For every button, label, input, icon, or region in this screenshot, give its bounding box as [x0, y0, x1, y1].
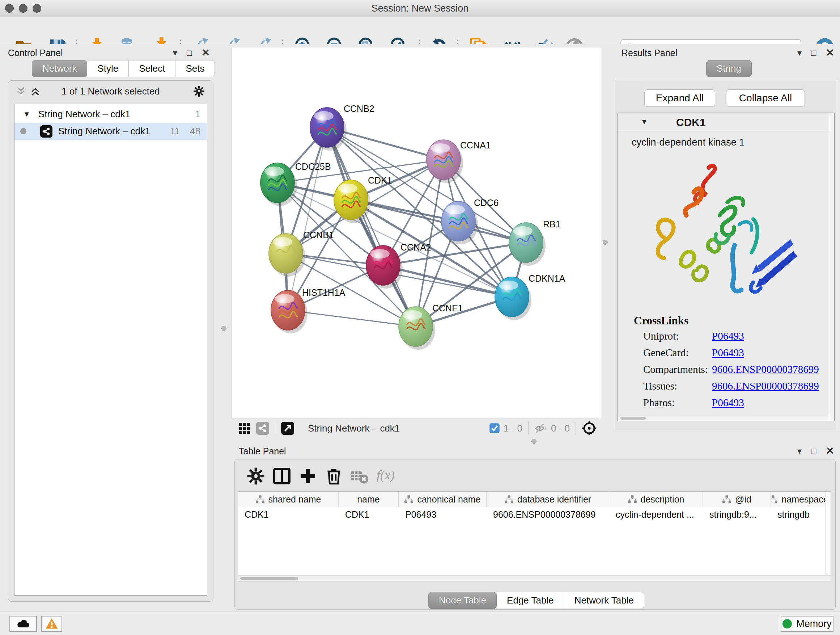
- network-node-CDKN1A: CDKN1A: [495, 273, 565, 320]
- column-header-shared-name[interactable]: shared name: [238, 492, 339, 507]
- delete-column-icon[interactable]: [324, 466, 344, 486]
- table-cell[interactable]: CDK1: [238, 507, 339, 522]
- application-window: Session: New Session: [0, 0, 840, 635]
- network-column-icon: [771, 494, 778, 504]
- column-header-label: @id: [735, 494, 752, 505]
- node-entry-header[interactable]: ▼ CDK1: [618, 113, 829, 131]
- control-panel-tabs: NetworkStyleSelectSets: [32, 60, 215, 77]
- gear-icon[interactable]: [193, 85, 205, 97]
- tab-style[interactable]: Style: [87, 60, 129, 77]
- table-vertical-scrollbar[interactable]: [825, 492, 831, 575]
- results-panel-tabs: String: [706, 60, 752, 77]
- float-menu-icon[interactable]: ▾: [797, 49, 802, 57]
- detach-view-icon[interactable]: [281, 422, 294, 435]
- grid-view-icon[interactable]: [238, 422, 251, 435]
- table-horizontal-scrollbar[interactable]: [238, 575, 831, 582]
- table-panel-title: Table Panel: [239, 446, 286, 456]
- network-tree: ▼ String Network – cdk1 1 String Network…: [14, 104, 207, 595]
- network-node-RB1: RB1: [509, 219, 561, 266]
- network-collection-row[interactable]: ▼ String Network – cdk1 1: [14, 106, 207, 123]
- crosslink-value-link[interactable]: P06493: [712, 347, 744, 359]
- svg-text:CDK1: CDK1: [368, 175, 392, 185]
- network-row[interactable]: String Network – cdk1 11 48: [14, 123, 207, 140]
- collapse-triangle-icon[interactable]: ▼: [23, 110, 30, 119]
- float-window-icon[interactable]: □: [811, 49, 816, 57]
- control-panel-title: Control Panel: [8, 48, 63, 58]
- create-column-icon[interactable]: [298, 466, 318, 486]
- table-cell[interactable]: stringdb: [771, 507, 826, 522]
- column-header-id[interactable]: @id: [703, 492, 771, 507]
- crosslink-value-link[interactable]: P06493: [712, 330, 744, 342]
- table-cell[interactable]: CDK1: [339, 507, 399, 522]
- column-header-description[interactable]: description: [609, 492, 703, 507]
- network-column-icon: [628, 494, 637, 504]
- crosslink-value-link[interactable]: 9606.ENSP00000378699: [712, 363, 819, 375]
- tab-select[interactable]: Select: [129, 60, 175, 77]
- close-panel-icon[interactable]: ✕: [826, 446, 834, 456]
- results-vertical-scrollbar[interactable]: [829, 113, 834, 420]
- tab-network-table[interactable]: Network Table: [564, 592, 644, 609]
- crosslink-label: Pharos:: [643, 397, 675, 409]
- table-cell[interactable]: stringdb:9...: [703, 507, 771, 522]
- crosslink-row: GeneCard:P06493: [643, 347, 823, 363]
- svg-text:CCNE1: CCNE1: [432, 303, 463, 313]
- float-menu-icon[interactable]: ▾: [797, 447, 802, 455]
- column-header-canonical-name[interactable]: canonical name: [399, 492, 486, 507]
- crosslink-value-link[interactable]: 9606.ENSP00000378699: [712, 380, 819, 392]
- tab-node-table[interactable]: Node Table: [428, 592, 497, 609]
- float-menu-icon[interactable]: ▾: [173, 49, 177, 57]
- cloud-button[interactable]: [9, 616, 37, 632]
- tab-sets[interactable]: Sets: [175, 60, 215, 77]
- tab-network[interactable]: Network: [32, 60, 87, 77]
- node-details-card: ▼ CDK1 cyclin-dependent kinase 1: [617, 112, 835, 421]
- column-header-label: name: [357, 494, 380, 505]
- tab-edge-table[interactable]: Edge Table: [497, 592, 564, 609]
- birds-eye-view-icon[interactable]: [582, 421, 597, 436]
- expand-all-button[interactable]: Expand All: [644, 89, 715, 107]
- crosslink-row: Tissues:9606.ENSP00000378699: [643, 380, 823, 397]
- right-splitter-handle[interactable]: [603, 240, 608, 245]
- network-node-CCNA2: CCNA2: [366, 242, 431, 288]
- gene-name: CDK1: [676, 116, 706, 128]
- table-row[interactable]: CDK1CDK1P064939606.ENSP00000378699cyclin…: [238, 507, 826, 522]
- network-view-icon[interactable]: [256, 422, 269, 435]
- tab-string[interactable]: String: [706, 60, 752, 77]
- close-panel-icon[interactable]: ✕: [202, 48, 210, 58]
- network-column-icon: [256, 494, 265, 504]
- table-cell[interactable]: P06493: [399, 507, 486, 522]
- left-splitter-handle[interactable]: [221, 326, 226, 331]
- table-cell[interactable]: 9606.ENSP00000378699: [486, 507, 609, 522]
- collapse-all-button[interactable]: Collapse All: [726, 89, 805, 107]
- selected-checkbox-icon[interactable]: [489, 423, 500, 434]
- collapse-triangle-icon[interactable]: ▼: [641, 118, 648, 126]
- function-builder-icon[interactable]: f(x): [377, 467, 395, 483]
- table-cell[interactable]: cyclin-dependent ...: [609, 507, 703, 522]
- float-window-icon[interactable]: □: [811, 447, 816, 455]
- network-node-CDC6: CDC6: [441, 198, 499, 244]
- column-header-database-identifier[interactable]: database identifier: [486, 492, 609, 507]
- column-header-name[interactable]: name: [339, 492, 399, 507]
- warnings-button[interactable]: [41, 616, 62, 632]
- bottom-splitter-handle[interactable]: [531, 439, 537, 444]
- table-header-row: shared namenamecanonical namedatabase id…: [238, 492, 826, 508]
- network-node-count: 11: [170, 126, 180, 137]
- network-view-canvas[interactable]: CCNB2 CCNA1 CDC25B CDK1 CDC6 R: [232, 47, 602, 419]
- hidden-eye-icon[interactable]: [534, 422, 547, 435]
- crosslink-label: Compartments:: [643, 363, 708, 375]
- show-columns-icon[interactable]: [272, 466, 292, 486]
- network-label: String Network – cdk1: [58, 126, 150, 137]
- crosslink-value-link[interactable]: P06493: [712, 397, 744, 409]
- hidden-count: 0 - 0: [551, 423, 570, 434]
- close-panel-icon[interactable]: ✕: [826, 48, 834, 58]
- memory-button[interactable]: Memory: [781, 616, 834, 632]
- network-column-icon: [722, 494, 731, 504]
- results-horizontal-scrollbar[interactable]: [618, 416, 829, 420]
- memory-status-dot: [783, 619, 792, 629]
- network-graph[interactable]: CCNB2 CCNA1 CDC25B CDK1 CDC6 R: [232, 48, 602, 418]
- column-header-namespace[interactable]: namespace: [771, 492, 826, 507]
- table-options-gear-icon[interactable]: [246, 466, 266, 486]
- control-panel-controls: ▾ □ ✕: [173, 48, 210, 58]
- network-selection-status: 1 of 1 Network selected: [8, 86, 213, 97]
- delete-table-icon[interactable]: [349, 466, 369, 486]
- float-window-icon[interactable]: □: [187, 49, 192, 57]
